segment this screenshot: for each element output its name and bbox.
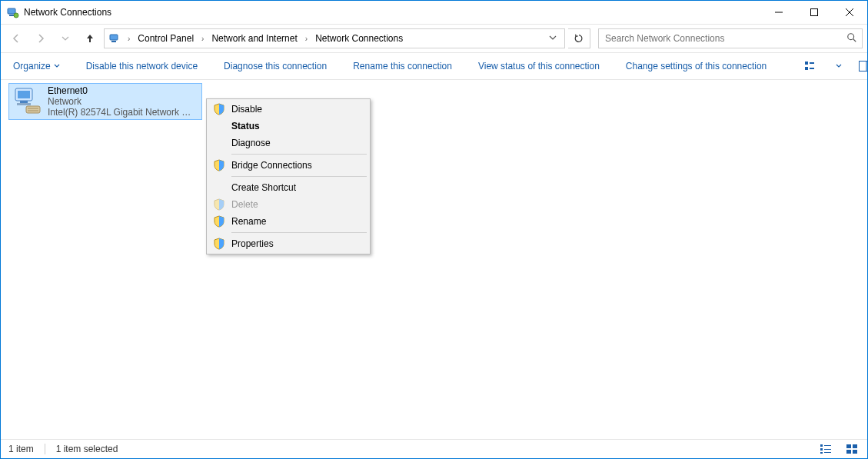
- adapter-device: Intel(R) 82574L Gigabit Network C...: [48, 107, 194, 118]
- svg-rect-1: [9, 15, 14, 16]
- address-dropdown[interactable]: [544, 33, 561, 44]
- maximize-button[interactable]: [796, 1, 832, 24]
- svg-rect-30: [846, 444, 851, 448]
- ctx-disable[interactable]: Disable: [208, 101, 368, 118]
- shield-icon: [213, 198, 225, 211]
- window-root: Network Connections: [0, 0, 868, 459]
- diagnose-button[interactable]: Diagnose this connection: [219, 58, 331, 75]
- svg-rect-4: [811, 9, 818, 16]
- forward-button[interactable]: [30, 28, 52, 49]
- back-button[interactable]: [5, 28, 27, 49]
- svg-point-2: [14, 13, 18, 18]
- svg-rect-27: [824, 449, 831, 450]
- adapter-name: Ethernet0: [48, 85, 194, 96]
- svg-rect-28: [820, 452, 823, 454]
- chevron-down-icon: [54, 63, 60, 69]
- ctx-bridge[interactable]: Bridge Connections: [208, 157, 368, 174]
- ctx-delete-label: Delete: [231, 199, 258, 210]
- recent-dropdown[interactable]: [55, 28, 76, 49]
- context-menu: Disable Status Diagnose Bridge Connectio…: [206, 98, 371, 254]
- preview-pane-button[interactable]: [859, 57, 868, 75]
- ctx-status[interactable]: Status: [208, 118, 368, 135]
- organize-menu[interactable]: Organize: [8, 58, 65, 75]
- search-box[interactable]: [598, 28, 863, 48]
- status-item-count: 1 item: [8, 444, 34, 454]
- title-bar: Network Connections: [1, 1, 867, 24]
- close-button[interactable]: [832, 1, 867, 24]
- search-input[interactable]: [604, 32, 846, 45]
- svg-rect-24: [820, 444, 823, 447]
- status-bar: 1 item 1 item selected: [1, 439, 867, 458]
- ctx-properties-label: Properties: [231, 238, 274, 249]
- adapter-icon: [12, 85, 43, 116]
- svg-rect-29: [824, 452, 831, 453]
- shield-icon: [213, 215, 225, 228]
- ctx-separator: [231, 232, 367, 233]
- ctx-rename[interactable]: Rename: [208, 213, 368, 230]
- svg-rect-18: [18, 91, 30, 98]
- status-separator: [45, 444, 45, 454]
- svg-point-9: [848, 33, 854, 39]
- location-icon: [109, 32, 121, 45]
- svg-rect-25: [824, 445, 831, 446]
- view-status-button[interactable]: View status of this connection: [474, 58, 604, 75]
- command-bar: Organize Disable this network device Dia…: [1, 53, 867, 80]
- adapter-text: Ethernet0 Network Intel(R) 82574L Gigabi…: [48, 85, 194, 118]
- window-title: Network Connections: [24, 7, 111, 18]
- disable-device-button[interactable]: Disable this network device: [81, 58, 202, 75]
- search-icon[interactable]: [846, 32, 857, 45]
- minimize-button[interactable]: [761, 1, 796, 24]
- large-icons-view-button[interactable]: [844, 442, 860, 456]
- svg-line-10: [853, 38, 856, 42]
- ctx-delete: Delete: [208, 196, 368, 213]
- svg-rect-21: [26, 106, 40, 113]
- organize-label: Organize: [13, 61, 51, 72]
- svg-rect-19: [20, 101, 28, 103]
- svg-rect-12: [805, 67, 808, 70]
- ctx-disable-label: Disable: [231, 104, 262, 115]
- svg-rect-14: [810, 68, 814, 69]
- breadcrumb-network-connections[interactable]: Network Connections: [312, 32, 406, 45]
- ctx-properties[interactable]: Properties: [208, 235, 368, 252]
- svg-rect-11: [805, 62, 808, 65]
- view-dropdown[interactable]: [836, 57, 842, 75]
- shield-icon: [213, 103, 225, 115]
- ctx-separator: [231, 154, 367, 155]
- up-button[interactable]: [79, 28, 101, 49]
- chevron-right-icon[interactable]: ›: [125, 35, 133, 43]
- address-bar[interactable]: › Control Panel › Network and Internet ›…: [104, 28, 565, 48]
- ctx-status-label: Status: [231, 121, 260, 131]
- svg-rect-7: [110, 35, 118, 40]
- chevron-right-icon[interactable]: ›: [302, 35, 311, 43]
- breadcrumb-network-internet[interactable]: Network and Internet: [208, 32, 300, 45]
- breadcrumb-control-panel[interactable]: Control Panel: [135, 32, 197, 45]
- svg-rect-32: [846, 450, 851, 454]
- svg-rect-13: [810, 62, 814, 64]
- ctx-diagnose[interactable]: Diagnose: [208, 135, 368, 151]
- svg-rect-31: [853, 444, 857, 448]
- svg-rect-8: [111, 41, 116, 42]
- svg-rect-20: [17, 103, 31, 105]
- ctx-create-shortcut-label: Create Shortcut: [231, 182, 296, 193]
- ctx-separator: [231, 176, 367, 177]
- content-area[interactable]: Ethernet0 Network Intel(R) 82574L Gigabi…: [1, 80, 867, 439]
- shield-icon: [213, 238, 225, 250]
- shield-icon: [213, 159, 225, 171]
- chevron-right-icon[interactable]: ›: [198, 35, 207, 43]
- app-icon: [7, 6, 19, 18]
- ctx-diagnose-label: Diagnose: [231, 138, 271, 148]
- ctx-create-shortcut[interactable]: Create Shortcut: [208, 179, 368, 196]
- svg-rect-26: [820, 448, 823, 451]
- status-selected-count: 1 item selected: [56, 444, 118, 454]
- details-view-button[interactable]: [818, 442, 833, 456]
- svg-rect-33: [853, 450, 857, 454]
- adapter-network: Network: [48, 96, 194, 107]
- svg-rect-0: [8, 8, 15, 14]
- ctx-rename-label: Rename: [231, 216, 266, 227]
- change-settings-button[interactable]: Change settings of this connection: [621, 58, 771, 75]
- ctx-bridge-label: Bridge Connections: [231, 160, 312, 171]
- adapter-item[interactable]: Ethernet0 Network Intel(R) 82574L Gigabi…: [8, 83, 202, 120]
- rename-button[interactable]: Rename this connection: [348, 58, 457, 75]
- view-options-button[interactable]: [805, 57, 819, 75]
- refresh-button[interactable]: [568, 28, 590, 48]
